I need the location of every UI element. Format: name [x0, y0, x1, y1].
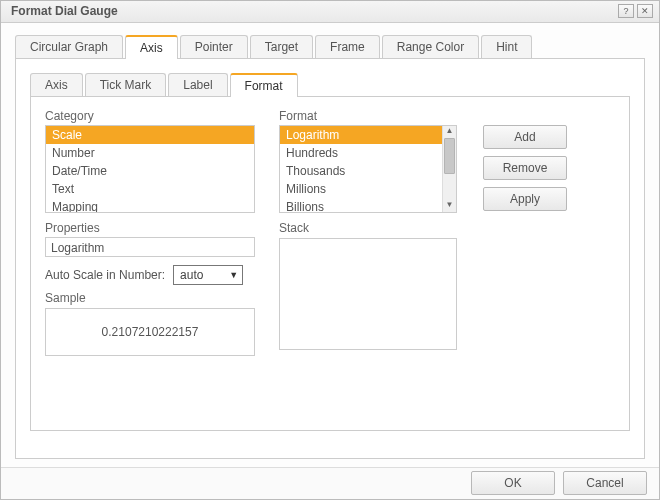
subtab-tick-mark[interactable]: Tick Mark [85, 73, 167, 96]
format-item-billions[interactable]: Billions [280, 198, 456, 213]
format-grid: Category Scale Number Date/Time Text Map… [45, 109, 615, 356]
tab-axis[interactable]: Axis [125, 35, 178, 59]
category-label: Category [45, 109, 265, 123]
ok-button[interactable]: OK [471, 471, 555, 495]
category-item-scale[interactable]: Scale [46, 126, 254, 144]
tab-target[interactable]: Target [250, 35, 313, 58]
scroll-down-icon[interactable]: ▼ [443, 200, 456, 212]
subtab-axis[interactable]: Axis [30, 73, 83, 96]
col-format: Format Logarithm Hundreds Thousands Mill… [279, 109, 469, 356]
format-item-logarithm[interactable]: Logarithm [280, 126, 456, 144]
stack-listbox[interactable] [279, 238, 457, 350]
chevron-down-icon: ▼ [229, 270, 238, 280]
properties-input[interactable]: Logarithm [45, 237, 255, 257]
format-item-millions[interactable]: Millions [280, 180, 456, 198]
dialog-body: Circular Graph Axis Pointer Target Frame… [1, 23, 659, 467]
subtab-label[interactable]: Label [168, 73, 227, 96]
sample-box: 0.2107210222157 [45, 308, 255, 356]
remove-button[interactable]: Remove [483, 156, 567, 180]
category-item-datetime[interactable]: Date/Time [46, 162, 254, 180]
add-button[interactable]: Add [483, 125, 567, 149]
auto-scale-select[interactable]: auto ▼ [173, 265, 243, 285]
category-item-mapping[interactable]: Mapping [46, 198, 254, 213]
sample-label: Sample [45, 291, 265, 305]
help-icon[interactable]: ? [618, 4, 634, 18]
format-scrollbar[interactable]: ▲ ▼ [442, 126, 456, 212]
dialog-window: Format Dial Gauge ? ✕ Circular Graph Axi… [0, 0, 660, 500]
format-item-hundreds[interactable]: Hundreds [280, 144, 456, 162]
stack-label: Stack [279, 221, 469, 235]
apply-button[interactable]: Apply [483, 187, 567, 211]
auto-scale-label: Auto Scale in Number: [45, 268, 165, 282]
category-item-number[interactable]: Number [46, 144, 254, 162]
inner-tab-content: Category Scale Number Date/Time Text Map… [30, 97, 630, 431]
scroll-thumb[interactable] [444, 138, 455, 174]
col-category: Category Scale Number Date/Time Text Map… [45, 109, 265, 356]
auto-scale-row: Auto Scale in Number: auto ▼ [45, 265, 265, 285]
category-item-text[interactable]: Text [46, 180, 254, 198]
format-item-thousands[interactable]: Thousands [280, 162, 456, 180]
tab-circular-graph[interactable]: Circular Graph [15, 35, 123, 58]
titlebar: Format Dial Gauge ? ✕ [1, 1, 659, 23]
cancel-button[interactable]: Cancel [563, 471, 647, 495]
auto-scale-value: auto [180, 268, 203, 282]
format-label: Format [279, 109, 469, 123]
outer-tab-content: Axis Tick Mark Label Format Category Sca… [15, 59, 645, 459]
close-icon[interactable]: ✕ [637, 4, 653, 18]
sample-value: 0.2107210222157 [102, 325, 199, 339]
tab-hint[interactable]: Hint [481, 35, 532, 58]
window-title: Format Dial Gauge [11, 4, 615, 18]
subtab-format[interactable]: Format [230, 73, 298, 97]
tab-frame[interactable]: Frame [315, 35, 380, 58]
inner-tabstrip: Axis Tick Mark Label Format [30, 73, 630, 97]
outer-tabstrip: Circular Graph Axis Pointer Target Frame… [15, 35, 645, 59]
category-listbox[interactable]: Scale Number Date/Time Text Mapping [45, 125, 255, 213]
tab-pointer[interactable]: Pointer [180, 35, 248, 58]
dialog-footer: OK Cancel [1, 467, 659, 499]
properties-label: Properties [45, 221, 265, 235]
tab-range-color[interactable]: Range Color [382, 35, 479, 58]
scroll-up-icon[interactable]: ▲ [443, 126, 456, 138]
format-listbox[interactable]: Logarithm Hundreds Thousands Millions Bi… [279, 125, 457, 213]
col-side-buttons: Add Remove Apply [483, 109, 573, 356]
